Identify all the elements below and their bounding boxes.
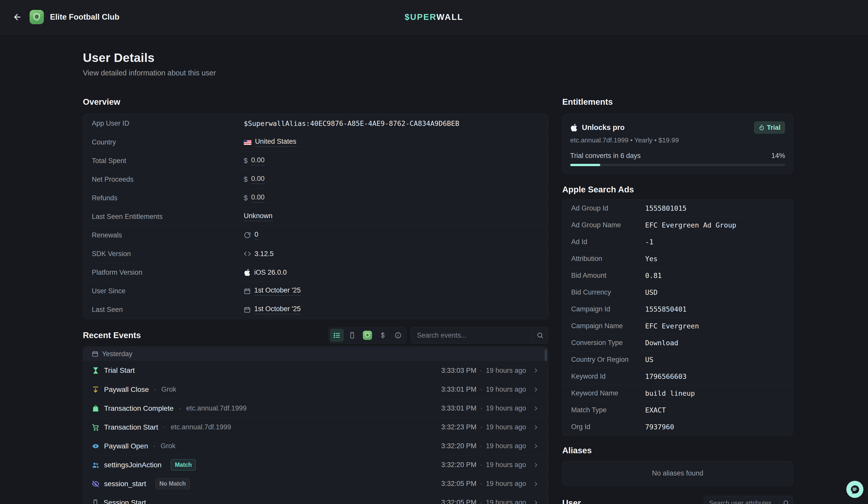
- events-scrollbar-thumb[interactable]: [545, 349, 547, 361]
- refresh-icon: [244, 232, 251, 239]
- info-icon: [394, 332, 402, 339]
- asa-row: Campaign Id1555850401: [562, 301, 793, 317]
- user-since-value[interactable]: 1st October '25: [254, 286, 301, 296]
- country-value[interactable]: United States: [255, 138, 296, 147]
- overview-row-net-proceeds: Net Proceeds $ 0.00: [83, 170, 548, 189]
- event-row-settings-join-action[interactable]: settingsJoinAction Match 3:32:20 PM · 19…: [83, 455, 548, 474]
- back-button[interactable]: [12, 11, 23, 23]
- smartphone-icon: [92, 499, 99, 504]
- apple-search-ads-heading: Apple Search Ads: [562, 185, 793, 195]
- calendar-icon: [244, 306, 251, 313]
- last-seen-value[interactable]: 1st October '25: [254, 305, 301, 314]
- shopping-cart-icon: [92, 423, 100, 431]
- aliases-empty-message: No aliases found: [652, 469, 703, 477]
- support-chat-button[interactable]: [846, 481, 864, 498]
- trial-badge: Trial: [754, 121, 785, 134]
- overview-row-user-since: User Since 1st October '25: [83, 282, 548, 300]
- filter-app-events-button[interactable]: [361, 329, 374, 342]
- eye-icon: [92, 442, 100, 450]
- filter-device-events-button[interactable]: [345, 329, 359, 342]
- event-row-session-start-lower[interactable]: session_start No Match 3:32:05 PM · 19 h…: [83, 474, 548, 493]
- asa-row: Ad Group NameEFC Evergreen Ad Group: [562, 217, 793, 233]
- no-match-badge: No Match: [155, 478, 190, 490]
- last-seen-entitlements-value[interactable]: Unknown: [244, 212, 272, 221]
- filter-revenue-events-button[interactable]: [376, 329, 390, 342]
- app-logo-icon: [30, 10, 44, 24]
- aliases-heading: Aliases: [562, 446, 793, 455]
- app-logo-icon: [363, 331, 372, 340]
- arrow-down-from-line-icon: [92, 386, 100, 393]
- apple-icon: [244, 269, 251, 276]
- filter-all-events-button[interactable]: [330, 329, 344, 342]
- search-icon[interactable]: [779, 500, 793, 504]
- code-icon: [244, 250, 251, 258]
- asa-row: Ad Group Id1555801015: [562, 200, 793, 217]
- asa-row: Keyword Namebuild lineup: [562, 385, 793, 401]
- chat-bubble-icon: [850, 484, 860, 495]
- user-heading: User: [562, 498, 581, 504]
- superwall-logo: $UPERWALL: [405, 12, 463, 22]
- hourglass-icon: [92, 367, 100, 374]
- asa-row: Org Id7937960: [562, 418, 793, 435]
- chevron-right-icon: [533, 405, 539, 412]
- timer-icon: [758, 125, 765, 131]
- apple-search-ads-card: Ad Group Id1555801015 Ad Group NameEFC E…: [562, 200, 793, 435]
- overview-row-platform-version: Platform Version iOS 26.0.0: [83, 263, 548, 282]
- chevron-right-icon: [533, 443, 539, 450]
- event-row-session-start[interactable]: Session Start 3:32:05 PM · 19 hours ago: [83, 493, 548, 504]
- overview-row-sdk-version: SDK Version 3.12.5: [83, 244, 548, 263]
- asa-row: Bid Amount0.81: [562, 267, 793, 284]
- refunds-value[interactable]: 0.00: [251, 193, 265, 202]
- platform-version-value: iOS 26.0.0: [254, 269, 287, 276]
- page-subtitle: View detailed information about this use…: [83, 69, 868, 77]
- calendar-icon: [92, 350, 99, 357]
- trial-percent: 14%: [771, 152, 785, 160]
- user-attributes-search-input[interactable]: [709, 500, 779, 504]
- arrow-left-icon: [13, 12, 22, 22]
- renewals-value[interactable]: 0: [255, 231, 258, 240]
- dollar-icon: [379, 332, 386, 339]
- chevron-right-icon: [533, 386, 539, 393]
- apple-icon: [570, 124, 578, 132]
- smartphone-icon: [349, 332, 356, 339]
- page-title: User Details: [83, 51, 868, 65]
- overview-row-country: Country United States: [83, 133, 548, 151]
- overview-row-last-seen: Last Seen 1st October '25: [83, 300, 548, 319]
- chevron-right-icon: [533, 424, 539, 431]
- entitlement-product-detail: etc.annual.7df.1999 • Yearly • $19.99: [570, 136, 785, 144]
- overview-card: App User ID $SuperwallAlias:40EC9876-A85…: [83, 114, 548, 319]
- asa-row: Campaign NameEFC Evergreen: [562, 317, 793, 334]
- events-card: Yesterday Trial Start 3:33:03 PM · 19 ho…: [83, 347, 548, 504]
- event-row-trial-start[interactable]: Trial Start 3:33:03 PM · 19 hours ago: [83, 361, 548, 380]
- aliases-card: No aliases found: [562, 461, 793, 486]
- trial-converts-text: Trial converts in 6 days: [570, 152, 641, 160]
- events-group-header: Yesterday: [83, 347, 548, 361]
- eye-off-icon: [92, 480, 100, 488]
- event-row-paywall-open[interactable]: Paywall Open · Grok 3:32:20 PM · 19 hour…: [83, 437, 548, 455]
- app-name: Elite Football Club: [50, 12, 119, 22]
- trial-progress-fill: [570, 164, 600, 166]
- chevron-right-icon: [533, 481, 539, 487]
- dollar-icon: $: [244, 157, 248, 165]
- match-badge: Match: [171, 459, 196, 471]
- shopping-bag-icon: [92, 405, 100, 412]
- asa-row: Bid CurrencyUSD: [562, 284, 793, 301]
- event-row-paywall-close[interactable]: Paywall Close · Grok 3:33:01 PM · 19 hou…: [83, 380, 548, 399]
- event-row-transaction-start[interactable]: Transaction Start · etc.annual.7df.1999 …: [83, 418, 548, 437]
- asa-row: Conversion TypeDownload: [562, 334, 793, 351]
- filter-info-events-button[interactable]: [391, 329, 405, 342]
- asa-row: Match TypeEXACT: [562, 401, 793, 418]
- dollar-icon: $: [244, 194, 248, 202]
- event-row-transaction-complete[interactable]: Transaction Complete · etc.annual.7df.19…: [83, 399, 548, 418]
- entitlement-card: Unlocks pro Trial etc.annual.7df.1999 • …: [562, 114, 793, 174]
- events-search-input[interactable]: [417, 332, 532, 339]
- search-icon[interactable]: [532, 332, 548, 339]
- total-spent-value[interactable]: 0.00: [251, 156, 265, 165]
- sdk-version-value: 3.12.5: [255, 250, 273, 258]
- entitlement-name: Unlocks pro: [582, 123, 625, 132]
- entitlements-heading: Entitlements: [562, 97, 793, 107]
- net-proceeds-value[interactable]: 0.00: [251, 175, 265, 184]
- overview-row-refunds: Refunds $ 0.00: [83, 189, 548, 207]
- chevron-right-icon: [533, 367, 539, 374]
- us-flag-icon: [244, 139, 251, 145]
